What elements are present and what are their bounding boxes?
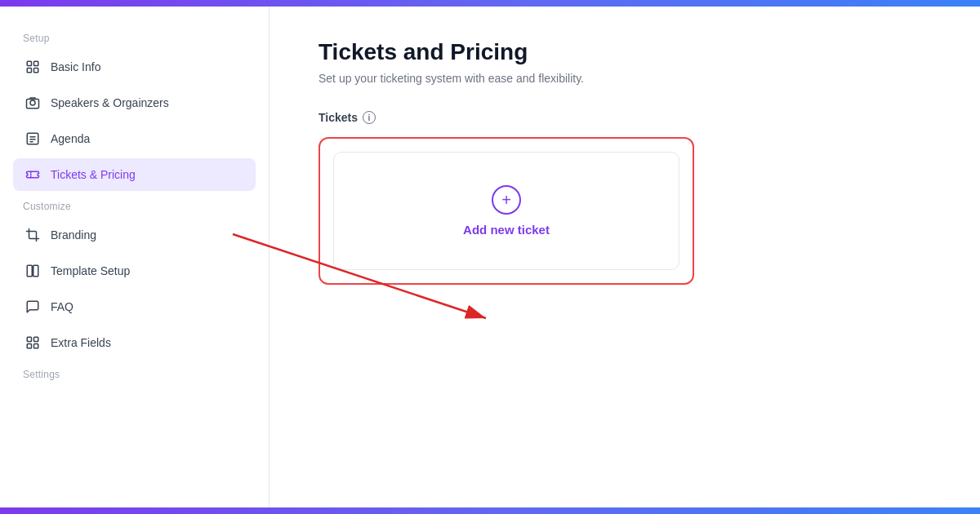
settings-section-label: Settings	[13, 362, 256, 383]
apps-icon	[24, 335, 41, 351]
columns-icon	[24, 263, 41, 279]
ticket-icon	[24, 166, 41, 183]
sidebar-item-agenda[interactable]: Agenda	[13, 122, 256, 155]
page-subtitle: Set up your ticketing system with ease a…	[318, 72, 931, 85]
sidebar-item-faq[interactable]: FAQ	[13, 290, 256, 323]
customize-section-label: Customize	[13, 194, 256, 215]
sidebar: Setup Basic Info Spe	[0, 7, 270, 507]
svg-rect-14	[34, 337, 38, 341]
camera-icon	[24, 95, 41, 111]
sidebar-item-speakers[interactable]: Speakers & Orgainzers	[13, 86, 256, 119]
svg-rect-15	[27, 344, 31, 348]
sidebar-item-template[interactable]: Template Setup	[13, 255, 256, 287]
add-icon: +	[492, 185, 521, 215]
tickets-section-label: Tickets i	[318, 111, 931, 124]
svg-rect-2	[27, 69, 31, 73]
sidebar-item-basic-info[interactable]: Basic Info	[13, 51, 256, 83]
top-gradient-bar	[0, 0, 980, 7]
svg-point-4	[30, 100, 35, 105]
list-icon	[24, 131, 41, 147]
chat-icon	[24, 299, 41, 315]
sidebar-item-label: Basic Info	[51, 60, 100, 73]
bottom-gradient-bar	[0, 507, 980, 514]
sidebar-item-label: Tickets & Pricing	[51, 168, 136, 181]
svg-rect-13	[27, 337, 31, 341]
info-icon: i	[363, 111, 376, 124]
svg-rect-11	[27, 265, 32, 277]
setup-section-label: Setup	[13, 26, 256, 47]
page-title: Tickets and Pricing	[318, 39, 931, 65]
grid-icon	[24, 59, 41, 75]
sidebar-item-extra-fields[interactable]: Extra Fields	[13, 326, 256, 359]
add-ticket-label: Add new ticket	[463, 223, 550, 237]
main-content: Tickets and Pricing Set up your ticketin…	[270, 7, 980, 507]
svg-rect-16	[34, 344, 38, 348]
sidebar-item-label: Agenda	[51, 132, 90, 145]
svg-rect-12	[33, 265, 38, 277]
svg-rect-3	[34, 69, 38, 73]
add-ticket-card[interactable]: + Add new ticket	[333, 152, 679, 270]
sidebar-item-branding[interactable]: Branding	[13, 219, 256, 251]
sidebar-item-tickets[interactable]: Tickets & Pricing	[13, 158, 256, 191]
sidebar-item-label: FAQ	[51, 300, 74, 313]
tickets-area: + Add new ticket	[318, 137, 694, 285]
sidebar-item-label: Template Setup	[51, 264, 130, 277]
svg-rect-0	[27, 61, 31, 65]
sidebar-item-label: Speakers & Orgainzers	[51, 96, 169, 109]
sidebar-item-label: Branding	[51, 228, 96, 241]
sidebar-item-label: Extra Fields	[51, 336, 111, 349]
svg-rect-1	[34, 61, 38, 65]
crop-icon	[24, 227, 41, 243]
